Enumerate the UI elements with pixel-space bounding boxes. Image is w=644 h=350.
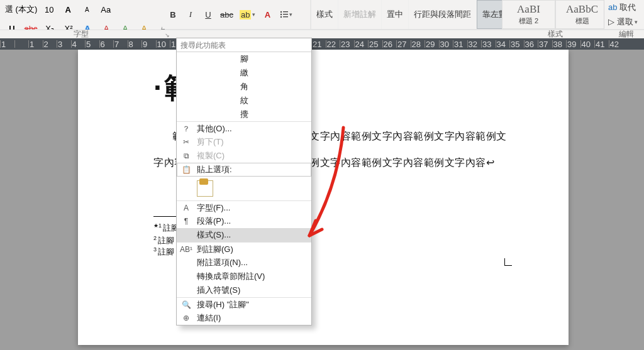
menu-item-cut: ✂剪下(T)	[177, 135, 311, 149]
font-name-dropdown[interactable]: 選 (本文)	[5, 4, 37, 15]
menu-search[interactable]	[177, 38, 311, 52]
strike-button-2[interactable]: abc	[220, 10, 233, 19]
menu-item-font[interactable]: A字型(F)...	[177, 200, 311, 214]
paragraph-group: 樣式 新增註解 置中 行距與段落間距 靠左對齊	[311, 0, 501, 29]
svg-point-0	[280, 11, 282, 13]
bullet-list-button[interactable]: ▾	[279, 10, 292, 19]
context-menu: 腳繳角紋攪 ？其他(O)...✂剪下(T)⧉複製(C)📋貼上選項:A字型(F).…	[176, 38, 312, 325]
menu-item-style[interactable]: 樣式(S)...	[177, 228, 311, 242]
menu-item-paste-label: 📋貼上選項:	[177, 163, 311, 177]
underline-button-2[interactable]: U	[203, 10, 214, 19]
menu-item-link[interactable]: ⊕連結(I)	[177, 311, 311, 325]
menu-item-goto-foot[interactable]: AB¹到註腳(G)	[177, 242, 311, 256]
document-workspace: 1123456789101112131415161718192021222324…	[0, 38, 644, 350]
menu-item-search[interactable]: 🔍搜尋(H) "註腳"	[177, 297, 311, 311]
center-button[interactable]: 置中	[382, 0, 409, 29]
body-text-2: 例文字內容範例文字內容範例文字內容↩	[309, 156, 494, 170]
menu-suggestion[interactable]: 角	[177, 80, 311, 94]
editing-group: ab取代 ▷選取▾	[604, 0, 644, 29]
footnote-1: ★1註腳	[153, 222, 179, 234]
footnote-3: 3註腳	[153, 246, 174, 258]
new-comment-button[interactable]: 新增註解	[338, 0, 382, 29]
svg-rect-5	[283, 16, 288, 17]
svg-point-2	[280, 14, 282, 15]
menu-suggestion[interactable]: 紋	[177, 94, 311, 107]
footnote-2: 2註腳	[153, 235, 174, 246]
menu-suggestion[interactable]: 攪	[177, 107, 311, 121]
paste-option-keep-source[interactable]	[177, 177, 311, 200]
styles-gallery[interactable]: AaBI 標題 2 AaBbC 標題	[502, 0, 609, 29]
svg-rect-3	[283, 14, 288, 14]
highlight-button-2[interactable]: ab▾	[240, 10, 255, 19]
styles-button[interactable]: 樣式	[311, 0, 338, 29]
menu-item-para[interactable]: ¶段落(P)...	[177, 214, 311, 228]
change-case-button[interactable]: Aa	[99, 5, 113, 14]
menu-item-convert[interactable]: 轉換成章節附註(V)	[177, 270, 311, 283]
style-card-heading2[interactable]: AaBI 標題 2	[502, 0, 555, 29]
menu-item-insert-sym[interactable]: 插入符號(S)	[177, 283, 311, 297]
menu-item-other[interactable]: ？其他(O)...	[177, 121, 311, 135]
svg-rect-1	[283, 11, 288, 12]
select-button[interactable]: ▷選取▾	[604, 14, 644, 29]
menu-suggestion[interactable]: 繳	[177, 66, 311, 80]
replace-button[interactable]: ab取代	[604, 0, 644, 14]
horizontal-ruler[interactable]: 1123456789101112131415161718192021222324…	[0, 38, 644, 50]
font-format-group: B I U abc ab▾ A ▾	[162, 0, 310, 29]
document-page[interactable]: ·範 範 文字內容範例文字內容範例文字內容範例文 字內容 例文字內容範例文字內容…	[78, 50, 569, 345]
menu-suggestion[interactable]: 腳	[177, 52, 311, 66]
page-corner-mark	[504, 258, 512, 266]
menu-search-input[interactable]	[180, 41, 308, 50]
line-spacing-button[interactable]: 行距與段落間距	[409, 0, 477, 29]
svg-point-4	[280, 16, 282, 18]
grow-font-button[interactable]: A	[61, 5, 75, 14]
font-size-dropdown[interactable]: 10	[42, 5, 56, 14]
style-card-title[interactable]: AaBbC 標題	[555, 0, 609, 29]
shrink-font-button[interactable]: A	[80, 6, 94, 13]
font-color-button[interactable]: A	[262, 10, 273, 19]
bold-button[interactable]: B	[167, 10, 179, 19]
italic-button[interactable]: I	[185, 9, 196, 19]
menu-item-note-opt[interactable]: 附註選項(N)...	[177, 256, 311, 270]
menu-item-copy: ⧉複製(C)	[177, 149, 311, 163]
body-text-1: 文字內容範例文字內容範例文字內容範例文	[309, 130, 507, 143]
